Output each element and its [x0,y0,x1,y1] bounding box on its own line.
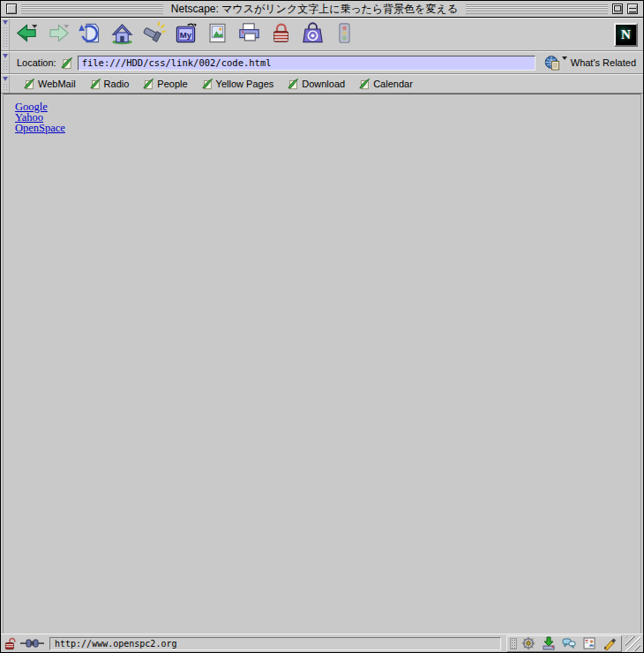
status-message: http://www.openspc2.org [49,637,501,650]
personal-item-label: Radio [104,79,130,89]
discussions-component-button[interactable] [559,636,578,650]
collapse-box-button[interactable] [627,4,638,14]
search-flashlight-icon [142,21,166,49]
personal-toolbar: WebMail Radio People Yellow Pages [1,74,643,94]
plug-icon [20,638,44,649]
images-icon [206,21,229,49]
navigation-toolbar-collapse-tab[interactable] [1,19,10,50]
window-title: Netscape: マウスがリンク文字上に乗ったら背景色を変える [168,2,461,17]
composer-pen-icon [603,636,617,650]
forward-icon [47,21,71,49]
collapse-dots [3,83,8,91]
forward-button[interactable] [43,19,73,49]
my-netscape-icon: My [174,21,198,49]
print-button[interactable] [234,19,264,49]
link-openspace[interactable]: OpenSpace [15,123,65,133]
print-icon [237,21,261,49]
netscape-window: Netscape: マウスがリンク文字上に乗ったら背景色を変える [0,0,644,653]
personal-item-label: Calendar [373,79,413,89]
mailbox-component-button[interactable] [539,636,558,650]
back-button[interactable] [11,19,41,49]
reload-icon [79,21,102,49]
close-box-button[interactable] [6,4,17,14]
location-input[interactable] [78,56,535,71]
collapse-triangle-icon [3,20,8,25]
open-lock-icon [4,637,18,650]
collapse-dots [3,60,8,71]
whats-related-globe-icon [544,55,561,71]
back-icon [15,21,39,49]
shop-button[interactable] [297,19,327,49]
mailbox-icon [542,636,556,650]
collapse-triangle-icon [3,54,8,58]
address-book-component-button[interactable] [580,636,598,650]
bookmark-quill-icon [201,78,213,90]
location-label: Location: [17,57,56,68]
svg-text:My: My [179,29,191,39]
personal-item-calendar[interactable]: Calendar [358,78,413,90]
bookmark-quill-icon [142,78,154,90]
personal-item-webmail[interactable]: WebMail [23,78,76,90]
bookmark-quill-icon [23,78,35,90]
composer-component-button[interactable] [600,636,618,650]
shop-bag-icon [301,21,325,49]
security-button[interactable] [266,19,296,49]
navigator-component-button[interactable] [519,636,537,650]
bookmark-quill-icon [60,56,73,70]
home-icon [110,21,134,49]
search-button[interactable] [139,19,168,49]
address-book-icon [582,636,596,650]
titlebar-stripes [466,4,608,14]
security-status-button[interactable] [4,637,18,650]
personal-item-label: Download [302,79,345,89]
navigation-toolbar: My [1,18,643,51]
collapse-triangle-icon [3,77,8,81]
personal-item-label: WebMail [38,79,76,89]
ship-wheel-icon [521,636,535,650]
netscape-throbber[interactable]: N [614,23,638,47]
personal-item-label: People [157,79,187,89]
whats-related-button[interactable]: What's Related [544,55,636,71]
page-content: Google Yahoo OpenSpace [3,94,641,634]
location-toolbar-collapse-tab[interactable] [1,52,10,73]
bookmark-button[interactable] [60,56,73,70]
bookmark-quill-icon [89,78,101,90]
speech-bubbles-icon [562,636,576,650]
reload-button[interactable] [75,19,105,49]
netscape-n-logo: N [621,27,631,42]
whats-related-label: What's Related [571,57,636,68]
component-bar [506,635,622,652]
location-toolbar: Location: What's Related [1,51,643,74]
titlebar[interactable]: Netscape: マウスがリンク文字上に乗ったら背景色を変える [1,1,643,18]
personal-item-label: Yellow Pages [216,79,274,89]
stop-button[interactable] [329,19,359,49]
window-resize-grip[interactable] [625,636,640,651]
personal-item-download[interactable]: Download [287,78,345,90]
titlebar-stripes [21,4,163,14]
collapse-dots [3,26,8,49]
bookmark-quill-icon [287,78,299,90]
stop-traffic-light-icon [333,21,356,49]
personal-toolbar-collapse-tab[interactable] [1,75,10,93]
images-button[interactable] [202,19,232,49]
whats-related-dropdown-icon [562,56,567,60]
personal-item-people[interactable]: People [142,78,187,90]
home-button[interactable] [107,19,137,49]
zoom-box-button[interactable] [612,4,623,14]
status-bar: http://www.openspc2.org [1,634,643,652]
personal-item-radio[interactable]: Radio [89,78,130,90]
bookmark-quill-icon [358,78,371,90]
online-status-button[interactable] [20,638,44,649]
personal-item-yellow-pages[interactable]: Yellow Pages [201,78,274,90]
component-bar-grip[interactable] [510,638,517,649]
security-lock-icon [269,21,293,49]
my-netscape-button[interactable]: My [170,19,200,49]
